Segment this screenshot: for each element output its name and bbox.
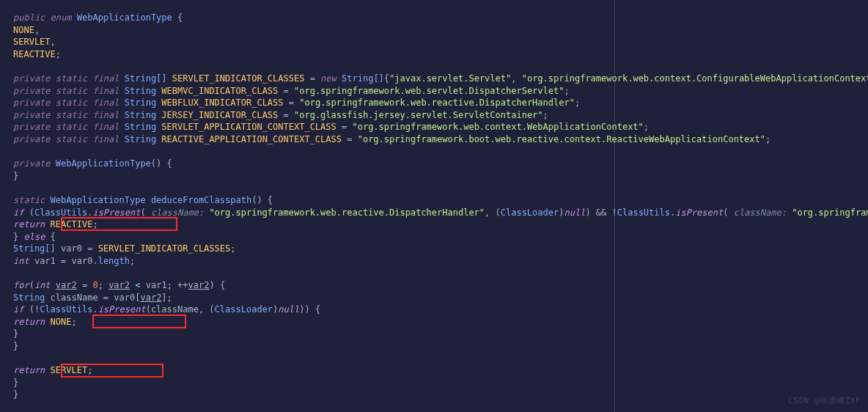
watermark: CSDN @张彦峰ZYF <box>788 395 861 408</box>
highlight-box-reactive <box>61 217 177 231</box>
code-line: } <box>7 340 868 353</box>
code-editor[interactable]: public enum WebApplicationType { NONE, S… <box>0 0 868 412</box>
code-line: int var1 = var0.length; <box>7 255 868 268</box>
code-line: private static final String WEBFLUX_INDI… <box>7 97 868 109</box>
code-line: } <box>7 170 868 183</box>
code-line: String className = var0[var2]; <box>7 292 868 304</box>
code-line: private static final String WEBMVC_INDIC… <box>7 85 868 98</box>
code-line <box>7 267 868 279</box>
code-line: SERVLET, <box>7 36 868 48</box>
code-line: String[] var0 = SERVLET_INDICATOR_CLASSE… <box>7 243 868 255</box>
code-line: } else { <box>7 231 868 243</box>
code-line: REACTIVE; <box>7 48 868 61</box>
code-line: private static final String REACTIVE_APP… <box>7 133 868 146</box>
code-line: NONE, <box>7 24 868 37</box>
code-line: public enum WebApplicationType { <box>7 12 868 24</box>
code-line: private WebApplicationType() { <box>7 158 868 170</box>
code-line: private static final String JERSEY_INDIC… <box>7 109 868 122</box>
code-line: } <box>7 389 868 401</box>
code-line <box>7 60 868 73</box>
code-line: } <box>7 328 868 340</box>
code-line <box>7 182 868 194</box>
code-line: private static final String SERVLET_APPL… <box>7 121 868 133</box>
highlight-box-servlet <box>61 364 163 378</box>
code-line <box>7 353 868 365</box>
code-line: for(int var2 = 0; var2 < var1; ++var2) { <box>7 279 868 292</box>
highlight-box-none <box>92 314 186 328</box>
code-line: } <box>7 377 868 389</box>
code-line: static WebApplicationType deduceFromClas… <box>7 194 868 207</box>
code-line: private static final String[] SERVLET_IN… <box>7 73 868 85</box>
code-line <box>7 146 868 158</box>
